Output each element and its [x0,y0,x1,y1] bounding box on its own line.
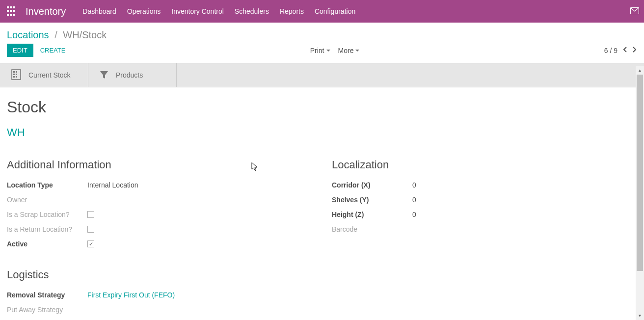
field-location-type: Location Type Internal Location [7,180,312,190]
scroll-down-icon[interactable]: ▼ [636,312,644,320]
breadcrumb-sep: / [54,29,57,40]
stat-products[interactable]: Products [88,63,177,87]
menu-schedulers[interactable]: Schedulers [235,7,269,15]
field-location-type-label: Location Type [7,181,87,189]
field-owner: Owner [7,195,312,205]
record-title: Stock [7,98,637,116]
menu-reports[interactable]: Reports [280,7,304,15]
app-brand: Inventory [26,6,66,17]
field-active-label: Active [7,240,87,248]
breadcrumb: Locations / WH/Stock [7,29,107,41]
menu-configuration[interactable]: Configuration [315,7,355,15]
svg-rect-4 [13,74,15,75]
pager-prev[interactable] [622,46,627,54]
section-localization: Localization [332,159,637,171]
menu-dashboard[interactable]: Dashboard [82,7,116,15]
section-additional: Additional Information [7,159,312,171]
col-right: Localization Corridor (X) 0 Shelves (Y) … [332,159,637,320]
svg-rect-5 [16,74,17,75]
field-corridor-value: 0 [412,181,416,189]
scroll-up-icon[interactable]: ▲ [636,66,644,75]
stat-current-stock-label: Current Stock [28,71,71,79]
breadcrumb-root[interactable]: Locations [7,29,49,40]
caret-down-icon [355,50,359,52]
building-icon [11,69,22,82]
vertical-scrollbar[interactable]: ▲ ▼ [636,66,644,320]
field-corridor: Corridor (X) 0 [332,180,637,190]
field-height-value: 0 [412,211,416,218]
more-label: More [338,47,354,54]
field-height: Height (Z) 0 [332,210,637,219]
svg-rect-3 [16,71,17,73]
stat-current-stock[interactable]: Current Stock [0,63,88,87]
field-height-label: Height (Z) [332,211,412,218]
field-corridor-label: Corridor (X) [332,181,412,189]
col-left: Additional Information Location Type Int… [7,159,312,320]
print-label: Print [310,47,324,54]
field-return-checkbox [87,226,94,233]
pager-next[interactable] [632,46,637,54]
field-shelves-value: 0 [412,196,416,204]
field-scrap: Is a Scrap Location? [7,210,312,219]
scroll-thumb[interactable] [637,75,643,271]
field-active-checkbox [87,240,94,247]
field-removal-value[interactable]: First Expiry First Out (FEFO) [87,291,175,299]
field-shelves-label: Shelves (Y) [332,196,412,204]
stat-products-label: Products [116,71,143,79]
form-sheet: Stock WH Additional Information Location… [0,87,644,320]
field-scrap-checkbox [87,211,94,218]
field-return-label: Is a Return Location? [7,225,87,233]
field-putaway-label: Put Away Strategy [7,306,87,314]
create-button[interactable]: Create [40,47,66,54]
field-location-type-value: Internal Location [87,181,138,189]
edit-button[interactable]: Edit [7,44,33,57]
field-putaway: Put Away Strategy [7,305,312,315]
breadcrumb-current: WH/Stock [63,29,107,40]
field-removal-label: Removal Strategy [7,291,87,299]
top-navbar: Inventory Dashboard Operations Inventory… [0,0,644,23]
field-removal: Removal Strategy First Expiry First Out … [7,290,312,300]
filter-icon [99,70,109,81]
menu-operations[interactable]: Operations [127,7,161,15]
field-shelves: Shelves (Y) 0 [332,195,637,205]
print-dropdown[interactable]: Print [310,47,330,54]
stat-button-bar: Current Stock Products [0,63,644,87]
mail-icon[interactable] [630,7,639,16]
apps-grid-icon[interactable] [7,6,17,16]
field-barcode: Barcode [332,224,637,234]
record-subtitle[interactable]: WH [7,126,637,139]
top-menu: Dashboard Operations Inventory Control S… [82,7,630,15]
field-owner-label: Owner [7,196,87,204]
action-bar: Edit Create Print More 6 / 9 [0,44,644,63]
field-scrap-label: Is a Scrap Location? [7,211,87,218]
section-logistics: Logistics [7,268,312,281]
pager-counter: 6 / 9 [604,47,617,54]
svg-rect-7 [16,76,17,78]
field-return: Is a Return Location? [7,224,312,234]
svg-rect-2 [13,71,15,73]
caret-down-icon [326,50,330,52]
more-dropdown[interactable]: More [338,47,360,54]
field-barcode-label: Barcode [332,225,412,233]
field-active: Active [7,239,312,249]
menu-inventory-control[interactable]: Inventory Control [171,7,224,15]
breadcrumb-row: Locations / WH/Stock [0,23,644,44]
svg-rect-6 [13,76,15,78]
